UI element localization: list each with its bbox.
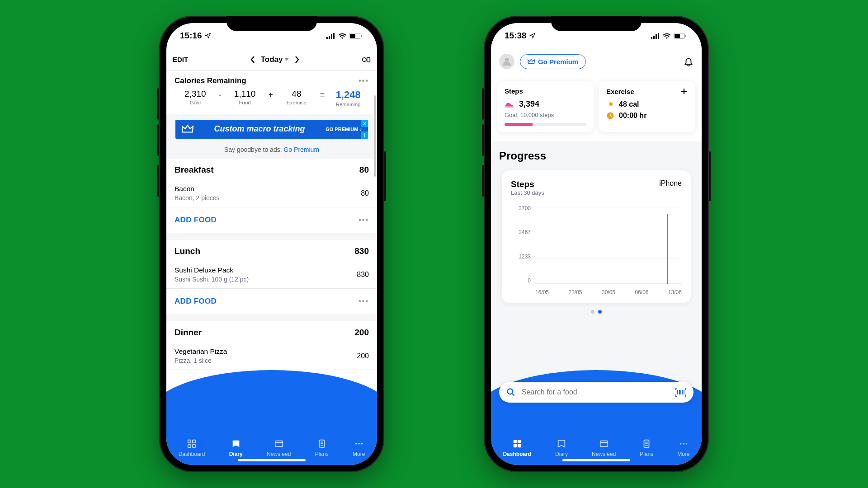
date-picker[interactable]: Today (261, 55, 289, 64)
svg-rect-1 (329, 36, 330, 39)
tab-bar: Dashboard Diary Newsfeed Plans More (491, 406, 702, 465)
close-ad-icon[interactable]: ✕ (361, 120, 368, 127)
meal-more-icon[interactable]: ••• (359, 297, 369, 305)
svg-point-7 (363, 57, 366, 61)
phone-diary: 15:16 EDIT Today (159, 16, 384, 472)
status-time: 15:16 (180, 31, 202, 41)
tab-plans[interactable]: Plans (315, 439, 329, 457)
location-icon (529, 33, 536, 39)
plans-icon (642, 439, 651, 449)
svg-rect-30 (514, 444, 517, 447)
search-input[interactable] (521, 388, 670, 397)
tab-diary[interactable]: Diary (229, 439, 243, 457)
meal-name: Breakfast (175, 165, 214, 175)
add-food-button[interactable]: ADD FOOD (175, 297, 217, 306)
wifi-icon (338, 33, 346, 39)
wifi-icon (663, 33, 671, 39)
svg-rect-31 (518, 444, 521, 447)
tab-newsfeed[interactable]: Newsfeed (592, 439, 616, 457)
tab-dashboard[interactable]: Dashboard (503, 439, 531, 457)
meal-more-icon[interactable]: ••• (359, 216, 369, 224)
divider (166, 314, 377, 321)
scrollbar[interactable] (374, 95, 376, 177)
chevron-down-icon (284, 58, 289, 61)
food-name: Vegetarian Pizza (175, 347, 227, 356)
bell-icon[interactable] (684, 56, 693, 67)
go-premium-link[interactable]: Go Premium (283, 146, 319, 153)
x-tick: 23/05 (568, 289, 582, 296)
y-tick: 0 (511, 277, 531, 284)
exercise-col: 48Exercise (276, 89, 317, 105)
food-cal: 830 (357, 266, 369, 283)
svg-rect-29 (518, 440, 521, 443)
home-indicator[interactable] (562, 459, 630, 461)
remaining-col: 1,248Remaining (327, 89, 369, 107)
meal-header-breakfast: Breakfast80 (166, 159, 377, 180)
tab-more[interactable]: More (677, 439, 689, 457)
chevron-left-icon[interactable] (250, 56, 255, 64)
food-item[interactable]: Sushi Deluxe PackSushi Sushi, 100 g (12 … (166, 262, 377, 289)
tab-dashboard[interactable]: Dashboard (179, 439, 205, 457)
nutrition-icon[interactable] (362, 55, 371, 64)
search-icon (506, 388, 515, 397)
tab-more[interactable]: More (353, 439, 365, 457)
more-icon[interactable]: ••• (359, 77, 369, 85)
steps-goal: Goal: 10,000 steps (505, 112, 586, 118)
add-food-row: ADD FOOD••• (166, 207, 377, 233)
newsfeed-icon (274, 439, 284, 449)
diary-screen: 15:16 EDIT Today (166, 23, 377, 465)
y-tick: 1233 (511, 253, 531, 260)
dashboard-screen: 15:38 Go Premium (491, 23, 702, 465)
food-name: Bacon (175, 185, 220, 193)
barcode-icon[interactable] (675, 388, 686, 397)
ad-note: Say goodbye to ads. Go Premium (166, 143, 377, 159)
ad-info-icon[interactable]: i (361, 131, 368, 139)
svg-rect-23 (675, 34, 680, 38)
search-bar[interactable] (499, 382, 693, 403)
goal-col: 2,310Goal (175, 89, 216, 105)
go-premium-button[interactable]: Go Premium (520, 54, 586, 69)
meal-cal: 830 (354, 246, 369, 256)
steps-progress (505, 123, 586, 126)
y-tick: 2467 (511, 229, 531, 235)
progress-card-title: Steps (511, 179, 544, 189)
tab-plans[interactable]: Plans (640, 439, 653, 457)
pager-dots[interactable] (499, 310, 693, 314)
progress-card[interactable]: Steps Last 30 days iPhone 3700 2467 1233… (502, 170, 691, 303)
progress-title: Progress (499, 150, 693, 162)
svg-rect-10 (193, 440, 195, 443)
meal-cal: 200 (354, 328, 369, 338)
svg-rect-19 (653, 36, 655, 39)
date-label: Today (261, 55, 283, 64)
avatar[interactable] (499, 54, 514, 69)
svg-rect-0 (326, 37, 328, 39)
svg-point-36 (685, 443, 687, 445)
more-icon (354, 439, 364, 449)
premium-ad[interactable]: ✕ i Custom macro tracking GO PREMIUM› (175, 120, 368, 139)
signal-icon (326, 33, 335, 39)
svg-point-35 (683, 443, 684, 445)
edit-button[interactable]: EDIT (173, 56, 188, 63)
dashboard-header: Go Premium (491, 48, 702, 75)
date-nav: Today (250, 55, 300, 64)
exercise-cal: 48 cal (619, 100, 639, 108)
x-tick: 30/05 (602, 289, 615, 296)
status-time: 15:38 (505, 31, 527, 41)
add-food-row: ADD FOOD••• (166, 289, 377, 314)
food-item[interactable]: Vegetarian PizzaPizza, 1 slice200 (166, 343, 377, 370)
svg-point-34 (680, 443, 682, 445)
food-detail: Pizza, 1 slice (175, 357, 227, 364)
food-item[interactable]: BaconBacon, 2 pieces80 (166, 180, 377, 207)
plus-icon[interactable] (680, 87, 688, 95)
x-tick: 16/05 (535, 289, 549, 296)
progress-section: Progress Steps Last 30 days iPhone 3700 … (491, 141, 702, 314)
crown-icon (528, 59, 535, 65)
tab-newsfeed[interactable]: Newsfeed (267, 439, 291, 457)
svg-rect-20 (656, 34, 657, 39)
chevron-right-icon[interactable] (294, 56, 300, 64)
exercise-card[interactable]: Exercise 48 cal 00:00 hr (599, 81, 695, 132)
add-food-button[interactable]: ADD FOOD (175, 216, 217, 225)
home-indicator[interactable] (238, 459, 306, 461)
tab-diary[interactable]: Diary (555, 439, 568, 457)
steps-card[interactable]: Steps 3,394 Goal: 10,000 steps (497, 81, 594, 132)
